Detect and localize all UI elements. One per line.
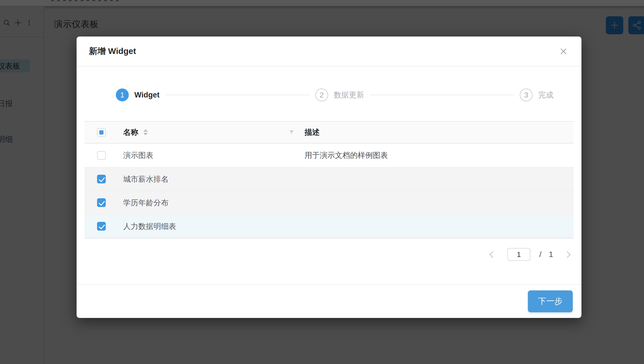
close-icon[interactable] [558,46,569,57]
header-name-cell: 名称 [115,127,305,137]
clipped-text-remnant [51,0,121,1]
add-widget-modal: 新增 Widget 1 Widget 2 数据更新 [77,37,581,318]
row-name: 城市薪水排名 [115,174,305,184]
step-label: Widget [134,91,160,99]
modal-title: 新增 Widget [89,46,136,57]
column-header-description[interactable]: 描述 [305,127,574,137]
modal-footer: 下一步 [77,284,581,318]
step-connector [370,95,514,95]
table-row[interactable]: 学历年龄分布 [84,191,574,214]
screen: 仪表板 日报 明细 演示仪表板 [0,0,644,364]
row-name: 演示图表 [115,150,305,160]
select-all-checkbox[interactable] [97,128,106,137]
next-page-icon[interactable] [564,251,571,258]
step-finish: 3 完成 [520,88,553,101]
filter-icon[interactable] [289,129,295,135]
table-row[interactable]: 城市薪水排名 [84,167,574,191]
step-number: 2 [315,88,328,101]
table-row[interactable]: 演示图表 用于演示文档的样例图表 [84,144,574,167]
step-number: 1 [116,88,129,101]
page-separator: / [539,250,542,259]
table-row[interactable]: 人力数据明细表 [84,214,574,238]
total-pages: 1 [549,250,553,259]
previous-page-icon[interactable] [489,251,496,258]
window-top-strip [0,0,644,6]
next-step-button[interactable]: 下一步 [528,290,573,312]
modal-body: 1 Widget 2 数据更新 3 完成 [77,88,581,261]
header-checkbox-cell [84,128,115,137]
column-header-name[interactable]: 名称 [123,127,138,137]
step-widget: 1 Widget [116,88,160,101]
widget-table: 名称 描述 演示图表 用于演示 [84,121,574,238]
step-label: 完成 [538,90,553,100]
steps-wizard: 1 Widget 2 数据更新 3 完成 [116,88,553,101]
row-description: 用于演示文档的样例图表 [305,150,574,160]
modal-header: 新增 Widget [77,37,581,67]
row-checkbox[interactable] [97,151,106,160]
row-name: 学历年龄分布 [115,198,305,208]
step-connector [165,95,310,95]
row-checkbox[interactable] [97,222,106,231]
row-checkbox[interactable] [97,175,106,183]
current-page-input[interactable] [507,248,530,261]
step-data-update: 2 数据更新 [315,88,364,101]
table-header-row: 名称 描述 [84,121,574,144]
step-label: 数据更新 [334,90,364,100]
step-number: 3 [520,88,533,101]
row-name: 人力数据明细表 [115,221,305,231]
sort-icon[interactable] [143,129,148,135]
pagination: / 1 [84,248,574,261]
row-checkbox[interactable] [97,198,106,207]
